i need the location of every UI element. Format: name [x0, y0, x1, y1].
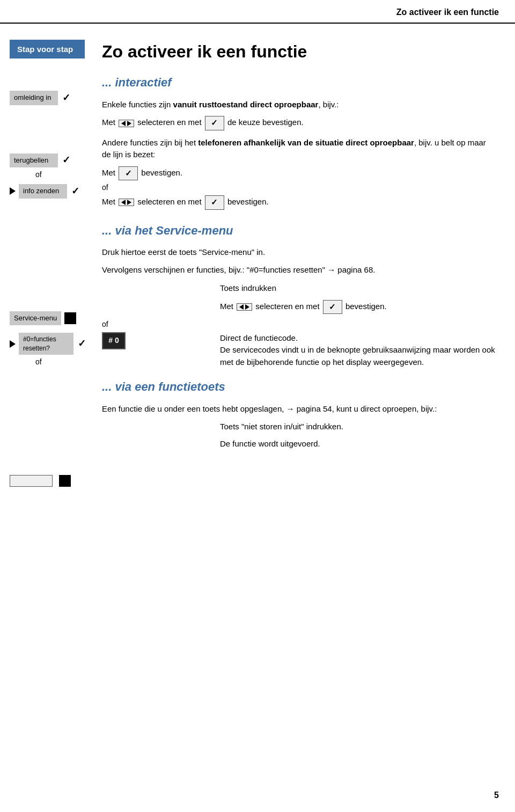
hash-reset-label: #0=functies resetten? [19, 333, 73, 355]
functietoets-row2: De functie wordt uitgevoerd. [102, 438, 496, 450]
sidebar-item-info-zenden: info zenden ✓ [10, 184, 86, 198]
sidebar: Stap voor stap omleiding in ✓ terugbelle… [0, 24, 86, 807]
arrow-icon-hash [10, 340, 16, 348]
nav-key-1 [119, 120, 134, 127]
sidebar-service-menu-row: Service-menu [10, 311, 86, 325]
of-label-2: of [35, 357, 86, 368]
page-main-title: Zo activeer ik een functie [102, 40, 496, 64]
zero-symbol: 0 [115, 335, 119, 346]
row1-instruction: Met selecteren en met ✓ de keuze bevesti… [102, 116, 496, 130]
service-intro1: Druk hiertoe eerst de toets "Service-men… [102, 246, 496, 259]
intro-bold: vanuit rusttoestand direct oproepbaar [173, 100, 319, 109]
omleiding-check: ✓ [62, 91, 70, 105]
hash-reset-action-text: Met selecteren en met ✓ bevestigen. [220, 300, 496, 314]
service-intro2: Vervolgens verschijnen er functies, bijv… [102, 264, 496, 276]
section-service-title: ... via het Service-menu [102, 223, 496, 239]
main-layout: Stap voor stap omleiding in ✓ terugbelle… [0, 24, 515, 807]
nav-key-3 [237, 303, 252, 311]
hash-zero-key-left: # 0 [102, 332, 220, 349]
functietoets-row1: Toets "niet storen in/uit" indrukken. [102, 421, 496, 433]
page-number: 5 [494, 789, 499, 801]
service-menu-black-square [64, 312, 76, 324]
left-arrow-icon-1 [121, 121, 126, 126]
terugbellen-label: terugbellen [10, 153, 58, 167]
terugbellen-check: ✓ [62, 153, 70, 167]
sidebar-item-terugbellen: terugbellen ✓ [10, 153, 86, 167]
omleiding-label: omleiding in [10, 91, 58, 105]
of-service-label: of [102, 319, 496, 330]
left-arrow-icon-3 [239, 304, 244, 310]
section-interactief-title: ... interactief [102, 75, 496, 91]
functietoets-intro: Een functie die u onder een toets hebt o… [102, 403, 496, 415]
empty-function-key [10, 475, 53, 487]
sidebar-header: Stap voor stap [10, 40, 85, 58]
section-functietoets-title: ... via een functietoets [102, 379, 496, 396]
check-key-3: ✓ [205, 195, 224, 210]
page-header: Zo activeer ik een functie [0, 0, 515, 24]
right-arrow-icon-1 [127, 121, 131, 126]
intro-normal: Enkele functies zijn [102, 100, 173, 109]
hash-zero-action-text: Direct de functiecode. De servicecodes v… [220, 332, 496, 369]
row3-instruction: Met selecteren en met ✓ bevestigen. [102, 195, 496, 210]
intro-text: Enkele functies zijn vanuit rusttoestand… [102, 99, 496, 111]
sidebar-item-hash-reset: #0=functies resetten? ✓ [10, 333, 86, 355]
info-zenden-check: ✓ [71, 185, 79, 198]
sidebar-functietoets-row [10, 475, 86, 487]
header-title: Zo activeer ik een functie [396, 6, 499, 18]
sidebar-item-omleiding: omleiding in ✓ [10, 91, 86, 105]
para2-bold: telefoneren afhankelijk van de situatie … [198, 138, 414, 147]
service-menu-action-row: Toets indrukken [102, 282, 496, 295]
servicecodes-text: De servicecodes vindt u in de beknopte g… [220, 345, 495, 367]
of-label-1: of [35, 170, 86, 180]
service-menu-label: Service-menu [10, 311, 61, 325]
arrow-icon-info [10, 187, 16, 195]
direct-text: Direct de functiecode. [220, 333, 298, 342]
hash-zero-key: # 0 [102, 332, 126, 349]
hash-reset-action-row: Met selecteren en met ✓ bevestigen. [102, 300, 496, 314]
hash-symbol: # [108, 335, 113, 346]
right-arrow-icon-3 [245, 304, 249, 310]
service-menu-action-text: Toets indrukken [220, 282, 496, 295]
of-between-rows: of [102, 182, 496, 193]
check-key-1: ✓ [205, 116, 224, 130]
info-zenden-label: info zenden [19, 184, 67, 198]
row2-instruction: Met ✓ bevestigen. [102, 166, 496, 181]
functietoets-black-square [59, 475, 71, 487]
check-key-4: ✓ [323, 300, 342, 314]
functietoets-action2: De functie wordt uitgevoerd. [220, 438, 496, 450]
hash-reset-check: ✓ [78, 337, 86, 350]
hash-zero-row: # 0 Direct de functiecode. De servicecod… [102, 332, 496, 369]
functietoets-action1: Toets "niet storen in/uit" indrukken. [220, 421, 496, 433]
content-area: Zo activeer ik een functie ... interacti… [86, 24, 515, 807]
intro-rest: , bijv.: [318, 100, 339, 109]
check-key-2: ✓ [119, 166, 138, 181]
para2: Andere functies zijn bij het telefoneren… [102, 137, 496, 161]
right-arrow-icon-2 [127, 200, 131, 205]
nav-key-2 [119, 199, 134, 206]
left-arrow-icon-2 [121, 200, 126, 205]
